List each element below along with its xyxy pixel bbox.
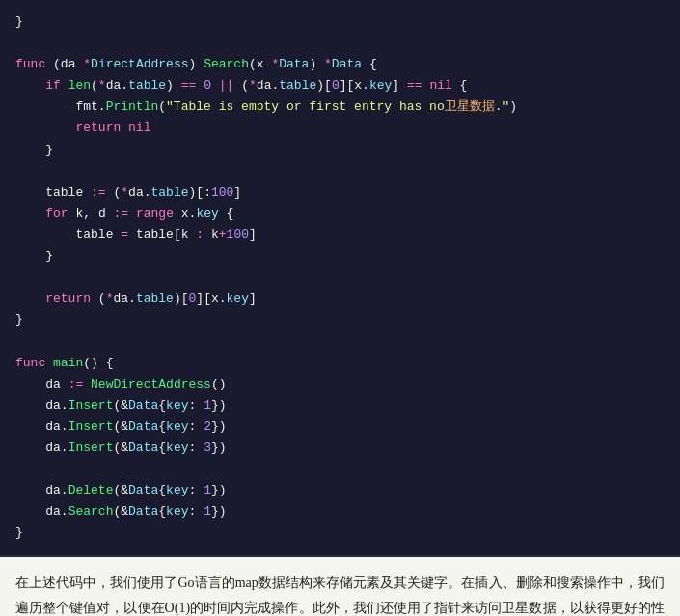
description-text: 在上述代码中，我们使用了Go语言的map数据结构来存储元素及其关键字。在插入、删… bbox=[15, 571, 665, 616]
description-section: 在上述代码中，我们使用了Go语言的map数据结构来存储元素及其关键字。在插入、删… bbox=[0, 557, 680, 616]
code-editor: } func (da *DirectAddress) Search(x *Dat… bbox=[0, 0, 680, 557]
code-content: } func (da *DirectAddress) Search(x *Dat… bbox=[15, 12, 665, 544]
